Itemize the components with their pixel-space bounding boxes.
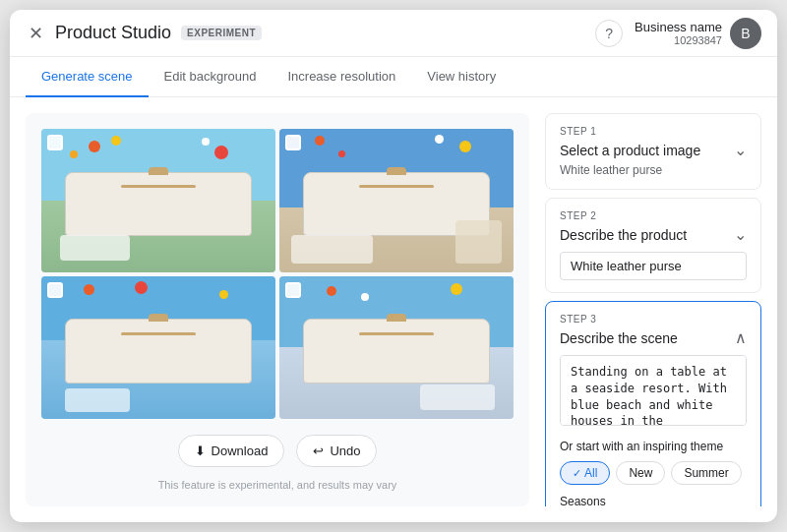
close-button[interactable]: ✕: [26, 24, 45, 43]
step1-card: STEP 1 Select a product image ⌄ White le…: [545, 113, 761, 190]
step3-chevron-icon: ∧: [735, 328, 747, 347]
nav-tabs: Generate scene Edit background Increase …: [10, 57, 777, 97]
tag-new[interactable]: New: [616, 461, 665, 485]
account-info: Business name 10293847 B: [635, 18, 761, 49]
theme-section: Or start with an inspiring theme All New…: [560, 440, 747, 485]
undo-icon: ↩: [313, 443, 324, 458]
main-content: ⬇ Download ↩ Undo This feature is experi…: [10, 97, 777, 522]
undo-button[interactable]: ↩ Undo: [296, 435, 377, 467]
header-right: ? Business name 10293847 B: [595, 18, 761, 49]
purse-img-3: [65, 319, 252, 383]
image-cell-3[interactable]: [41, 276, 275, 420]
seasons-label: Seasons: [560, 495, 747, 506]
step1-header[interactable]: Select a product image ⌄: [560, 141, 747, 159]
step1-label: STEP 1: [560, 126, 747, 137]
step2-header[interactable]: Describe the product ⌄: [560, 225, 747, 244]
download-label: Download: [212, 443, 269, 458]
step2-label: STEP 2: [560, 210, 747, 221]
right-panel: STEP 1 Select a product image ⌄ White le…: [545, 113, 761, 506]
disclaimer-text: This feature is experimental, and result…: [41, 479, 514, 491]
tab-edit-background[interactable]: Edit background: [149, 57, 272, 97]
step1-chevron-icon: ⌄: [734, 141, 747, 159]
theme-tags: All New Summer: [560, 461, 747, 485]
avatar[interactable]: B: [730, 18, 761, 49]
action-bar: ⬇ Download ↩ Undo: [41, 431, 514, 467]
image-checkbox-3[interactable]: [47, 282, 63, 298]
undo-label: Undo: [330, 443, 360, 458]
business-name: Business name: [635, 20, 722, 34]
header-left: ✕ Product Studio EXPERIMENT: [26, 23, 262, 43]
header: ✕ Product Studio EXPERIMENT ? Business n…: [10, 10, 777, 57]
help-icon[interactable]: ?: [595, 20, 623, 47]
step1-title: Select a product image: [560, 143, 700, 158]
tag-summer[interactable]: Summer: [671, 461, 741, 485]
step3-label: STEP 3: [560, 314, 747, 325]
image-cell-1[interactable]: [41, 129, 275, 272]
step3-header[interactable]: Describe the scene ∧: [560, 328, 747, 347]
account-id: 10293847: [635, 34, 722, 46]
image-checkbox-2[interactable]: [285, 135, 301, 150]
app-title: Product Studio: [55, 23, 171, 43]
account-text: Business name 10293847: [635, 20, 722, 46]
download-icon: ⬇: [195, 443, 206, 458]
tab-increase-resolution[interactable]: Increase resolution: [272, 57, 411, 97]
step3-title: Describe the scene: [560, 330, 678, 346]
image-checkbox-1[interactable]: [47, 135, 63, 150]
purse-img-1: [65, 172, 252, 236]
step1-value: White leather purse: [560, 163, 747, 177]
image-grid: [41, 129, 514, 419]
experiment-badge: EXPERIMENT: [181, 26, 262, 40]
image-cell-4[interactable]: [279, 276, 514, 420]
step2-card: STEP 2 Describe the product ⌄: [545, 198, 761, 293]
step3-card: STEP 3 Describe the scene ∧ Or start wit…: [545, 301, 761, 506]
step2-chevron-icon: ⌄: [734, 225, 747, 244]
image-checkbox-4[interactable]: [285, 282, 301, 298]
step3-textarea[interactable]: [560, 355, 747, 426]
app-window: ✕ Product Studio EXPERIMENT ? Business n…: [10, 10, 777, 522]
image-cell-2[interactable]: [279, 129, 514, 272]
tab-view-history[interactable]: View history: [411, 57, 512, 97]
left-panel: ⬇ Download ↩ Undo This feature is experi…: [26, 113, 529, 506]
tab-generate-scene[interactable]: Generate scene: [26, 57, 149, 97]
step2-input[interactable]: [560, 252, 747, 280]
step2-title: Describe the product: [560, 227, 687, 243]
purse-img-4: [303, 319, 490, 383]
download-button[interactable]: ⬇ Download: [178, 435, 285, 467]
tag-all[interactable]: All: [560, 461, 610, 485]
theme-intro-label: Or start with an inspiring theme: [560, 440, 747, 453]
